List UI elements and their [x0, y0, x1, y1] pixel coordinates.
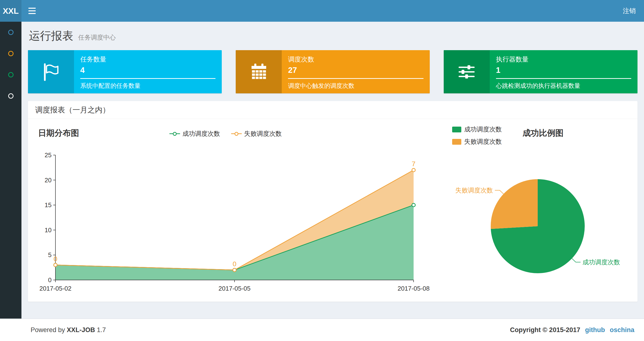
sidebar-toggle-button[interactable]: [22, 0, 43, 22]
svg-text:0: 0: [48, 276, 52, 284]
svg-text:2017-05-08: 2017-05-08: [398, 285, 430, 292]
svg-text:25: 25: [44, 151, 52, 159]
sidebar: [0, 22, 22, 318]
legend-label: 成功调度次数: [464, 125, 502, 134]
date-distribution-chart: 日期分布图 成功调度次数 失败调度次数 05101520252017-05-02…: [35, 119, 430, 301]
page-title: 运行报表: [29, 30, 73, 42]
hamburger-icon: [28, 8, 36, 9]
calendar-icon: [236, 50, 282, 93]
page-header: 运行报表 任务调度中心: [28, 28, 638, 48]
svg-text:7: 7: [412, 160, 416, 168]
svg-text:2017-05-02: 2017-05-02: [40, 285, 72, 292]
sidebar-item-1[interactable]: [0, 22, 22, 43]
panel-body: 日期分布图 成功调度次数 失败调度次数 05101520252017-05-02…: [28, 119, 638, 301]
brand-name: XXL-JOB: [67, 326, 95, 333]
github-link[interactable]: github: [585, 326, 605, 334]
legend-swatch: [452, 127, 461, 132]
navbar-right: 注销: [623, 0, 644, 22]
info-box-value: 1: [496, 66, 631, 75]
info-box-description: 调度中心触发的调度次数: [288, 82, 423, 90]
svg-text:2017-05-05: 2017-05-05: [218, 285, 251, 292]
pie-legend-success[interactable]: 成功调度次数: [452, 125, 502, 134]
svg-text:0: 0: [54, 255, 57, 263]
pie-legend-fail[interactable]: 失败调度次数: [452, 137, 502, 146]
info-box-divider: [80, 78, 216, 79]
legend-label: 失败调度次数: [464, 137, 502, 146]
circle-icon: [8, 93, 14, 99]
info-box-divider: [496, 78, 631, 79]
svg-text:5: 5: [48, 251, 52, 258]
pie-chart-legend: 成功调度次数 失败调度次数: [452, 125, 502, 146]
sidebar-item-2[interactable]: [0, 43, 22, 64]
info-box-executor-count: 执行器数量 1 心跳检测成功的执行器机器数量: [444, 50, 638, 93]
oschina-link[interactable]: oschina: [610, 326, 634, 334]
success-ratio-chart: 成功调度次数 失败调度次数 成功比例图 成功调度次数失败调度次数: [445, 119, 638, 301]
svg-text:20: 20: [44, 177, 52, 184]
page-subtitle: 任务调度中心: [78, 34, 116, 41]
svg-text:0: 0: [232, 260, 236, 268]
info-box-title: 调度次数: [288, 55, 423, 64]
circle-icon: [8, 72, 14, 77]
circle-icon: [8, 30, 14, 35]
sidebar-item-3[interactable]: [0, 64, 22, 85]
powered-by: Powered by XXL-JOB 1.7: [30, 326, 106, 334]
report-panel: 调度报表（一月之内） 日期分布图 成功调度次数 失败调度次数 051015202…: [28, 101, 638, 302]
stacked-area-chart[interactable]: 05101520252017-05-022017-05-052017-05-08…: [35, 119, 430, 301]
pie-chart[interactable]: 成功调度次数失败调度次数: [445, 119, 638, 301]
info-box-title: 执行器数量: [496, 55, 631, 64]
flag-icon: [28, 50, 74, 93]
top-navbar: XXL 注销: [0, 0, 644, 22]
footer-right: Copyright © 2015-2017 github oschina: [510, 326, 634, 334]
footer: Powered by XXL-JOB 1.7 Copyright © 2015-…: [0, 318, 644, 341]
panel-heading: 调度报表（一月之内）: [28, 101, 638, 119]
logout-link[interactable]: 注销: [623, 7, 636, 15]
info-box-row: 任务数量 4 系统中配置的任务数量 调度次数 27: [28, 50, 638, 93]
version: 1.7: [97, 326, 106, 333]
info-box-divider: [288, 78, 423, 79]
app-logo[interactable]: XXL: [0, 0, 22, 22]
info-box-trigger-count: 调度次数 27 调度中心触发的调度次数: [236, 50, 430, 93]
copyright-text: Copyright © 2015-2017: [510, 326, 580, 334]
sidebar-item-4[interactable]: [0, 85, 22, 107]
legend-swatch: [452, 139, 461, 145]
circle-icon: [8, 51, 14, 56]
svg-text:15: 15: [44, 201, 52, 209]
panel-title: 调度报表（一月之内）: [35, 105, 110, 115]
info-box-title: 任务数量: [80, 55, 216, 64]
info-box-description: 系统中配置的任务数量: [80, 82, 216, 90]
info-box-value: 27: [288, 66, 423, 75]
content-area: 运行报表 任务调度中心 任务数量 4 系统中配置的任务数量: [22, 22, 644, 318]
info-box-value: 4: [80, 66, 216, 75]
info-box-description: 心跳检测成功的执行器机器数量: [496, 82, 631, 90]
info-box-job-count: 任务数量 4 系统中配置的任务数量: [28, 50, 222, 93]
svg-text:失败调度次数: 失败调度次数: [455, 187, 493, 194]
svg-text:成功调度次数: 成功调度次数: [582, 258, 620, 266]
svg-text:10: 10: [44, 226, 52, 234]
sliders-icon: [444, 50, 490, 93]
